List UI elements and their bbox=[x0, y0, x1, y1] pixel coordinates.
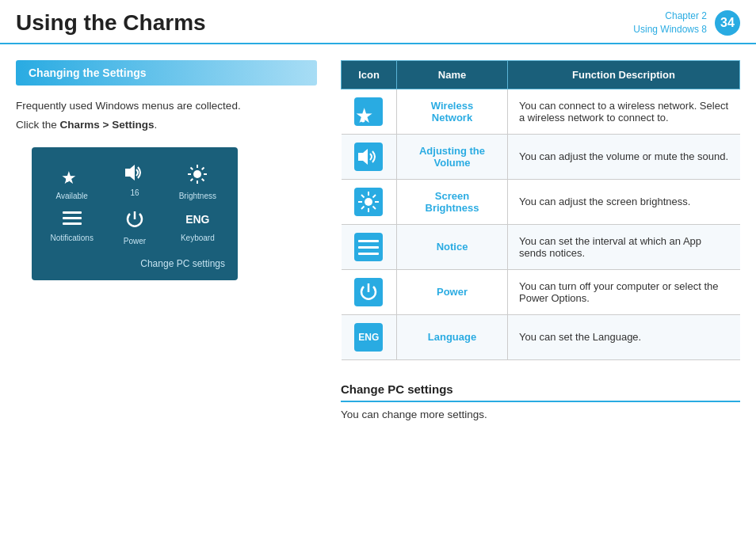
brightness-label: Brightness bbox=[179, 192, 216, 200]
svg-text:★: ★ bbox=[356, 104, 373, 124]
intro-text-2: Click the Charms > Settings. bbox=[16, 117, 317, 133]
setting-brightness: Brightness bbox=[170, 163, 225, 200]
main-content: Changing the Settings Frequently used Wi… bbox=[0, 44, 756, 436]
table-row: Adjusting theVolumeYou can adjust the vo… bbox=[342, 134, 740, 179]
volume-icon bbox=[124, 163, 146, 185]
svg-rect-14 bbox=[63, 211, 82, 214]
table-row: PowerYou can turn off your computer or s… bbox=[342, 269, 740, 314]
table-row: ScreenBrightnessYou can adjust the scree… bbox=[342, 179, 740, 224]
chapter-text: Chapter 2 Using Windows 8 bbox=[633, 10, 707, 36]
svg-line-11 bbox=[202, 179, 204, 181]
setting-notifications: Notifications bbox=[44, 208, 99, 245]
keyboard-label: Keyboard bbox=[181, 234, 215, 242]
brightness-icon bbox=[186, 163, 208, 188]
chapter-info: Chapter 2 Using Windows 8 34 bbox=[633, 10, 740, 36]
name-cell: Adjusting theVolume bbox=[397, 134, 508, 179]
intro-prefix: Click the bbox=[16, 119, 60, 131]
svg-marker-21 bbox=[358, 149, 368, 165]
icon-cell bbox=[342, 179, 397, 224]
page-header: Using the Charms Chapter 2 Using Windows… bbox=[0, 0, 756, 44]
desc-cell: You can set the Language. bbox=[508, 314, 740, 359]
name-cell: ScreenBrightness bbox=[397, 179, 508, 224]
wireless-table-icon: ★ bbox=[354, 97, 383, 126]
svg-point-22 bbox=[365, 198, 372, 206]
right-column: Icon Name Function Description ★ Wireles… bbox=[341, 60, 740, 420]
table-header-row: Icon Name Function Description bbox=[342, 60, 740, 89]
setting-wireless: ★ Available bbox=[44, 163, 99, 200]
icon-cell bbox=[342, 224, 397, 269]
desc-cell: You can turn off your computer or select… bbox=[508, 269, 740, 314]
keyboard-icon: ENG bbox=[185, 208, 209, 230]
svg-line-30 bbox=[361, 206, 365, 209]
svg-line-29 bbox=[373, 195, 376, 198]
desc-cell: You can connect to a wireless network. S… bbox=[508, 89, 740, 134]
setting-volume: 16 bbox=[107, 163, 162, 200]
setting-power: Power bbox=[107, 208, 162, 245]
svg-rect-16 bbox=[63, 222, 82, 225]
wireless-icon: ★ bbox=[61, 163, 83, 188]
table-row: NoticeYou can set the interval at which … bbox=[342, 224, 740, 269]
svg-line-27 bbox=[361, 195, 365, 198]
svg-line-13 bbox=[191, 179, 193, 181]
table-row: ENGLanguageYou can set the Language. bbox=[342, 314, 740, 359]
volume-label: 16 bbox=[130, 188, 139, 197]
power-icon bbox=[124, 208, 146, 234]
svg-rect-31 bbox=[358, 240, 379, 242]
svg-rect-15 bbox=[63, 217, 82, 219]
page-number: 34 bbox=[715, 10, 740, 36]
section-heading: Changing the Settings bbox=[16, 60, 317, 86]
change-pc-settings-link[interactable]: Change PC settings bbox=[44, 258, 225, 269]
change-pc-title: Change PC settings bbox=[341, 382, 740, 402]
col-header-name: Name bbox=[397, 60, 508, 89]
language-table-icon: ENG bbox=[354, 323, 383, 352]
brightness-table-icon bbox=[354, 188, 383, 216]
notice-table-icon bbox=[354, 233, 383, 261]
chapter-line1: Chapter 2 bbox=[633, 10, 707, 23]
name-cell: Power bbox=[397, 269, 508, 314]
col-header-desc: Function Description bbox=[508, 60, 740, 89]
desc-cell: You can set the interval at which an App… bbox=[508, 224, 740, 269]
intro-suffix: . bbox=[154, 119, 157, 131]
icon-cell: ★ bbox=[342, 89, 397, 134]
settings-panel: ★ Available 16 bbox=[32, 147, 238, 280]
power-label: Power bbox=[124, 237, 146, 245]
notifications-icon bbox=[61, 208, 83, 230]
desc-cell: You can adjust the volume or mute the so… bbox=[508, 134, 740, 179]
svg-line-28 bbox=[373, 206, 376, 209]
power-table-icon bbox=[354, 278, 383, 306]
info-table: Icon Name Function Description ★ Wireles… bbox=[341, 60, 740, 360]
intro-bold: Charms > Settings bbox=[60, 119, 155, 131]
desc-cell: You can adjust the screen brightness. bbox=[508, 179, 740, 224]
chapter-line2: Using Windows 8 bbox=[633, 23, 707, 36]
notifications-label: Notifications bbox=[50, 234, 93, 242]
svg-line-10 bbox=[191, 168, 193, 170]
svg-rect-33 bbox=[358, 253, 379, 255]
change-pc-section: Change PC settings You can change more s… bbox=[341, 382, 740, 420]
wireless-label: Available bbox=[55, 192, 87, 200]
name-cell: Language bbox=[397, 314, 508, 359]
volume-table-icon bbox=[354, 143, 383, 171]
icon-cell: ENG bbox=[342, 314, 397, 359]
col-header-icon: Icon bbox=[342, 60, 397, 89]
table-row: ★ WirelessNetworkYou can connect to a wi… bbox=[342, 89, 740, 134]
page-title: Using the Charms bbox=[16, 10, 206, 36]
svg-point-5 bbox=[193, 170, 201, 178]
svg-marker-4 bbox=[125, 165, 135, 181]
name-cell: WirelessNetwork bbox=[397, 89, 508, 134]
settings-grid: ★ Available 16 bbox=[44, 163, 225, 245]
icon-cell bbox=[342, 269, 397, 314]
svg-line-12 bbox=[202, 168, 204, 170]
change-pc-desc: You can change more settings. bbox=[341, 409, 740, 420]
setting-keyboard: ENG Keyboard bbox=[170, 208, 225, 245]
intro-text-1: Frequently used Windows menus are collec… bbox=[16, 98, 317, 114]
name-cell: Notice bbox=[397, 224, 508, 269]
icon-cell bbox=[342, 134, 397, 179]
svg-rect-32 bbox=[358, 246, 379, 249]
left-column: Changing the Settings Frequently used Wi… bbox=[16, 60, 317, 420]
svg-text:★: ★ bbox=[61, 168, 77, 185]
